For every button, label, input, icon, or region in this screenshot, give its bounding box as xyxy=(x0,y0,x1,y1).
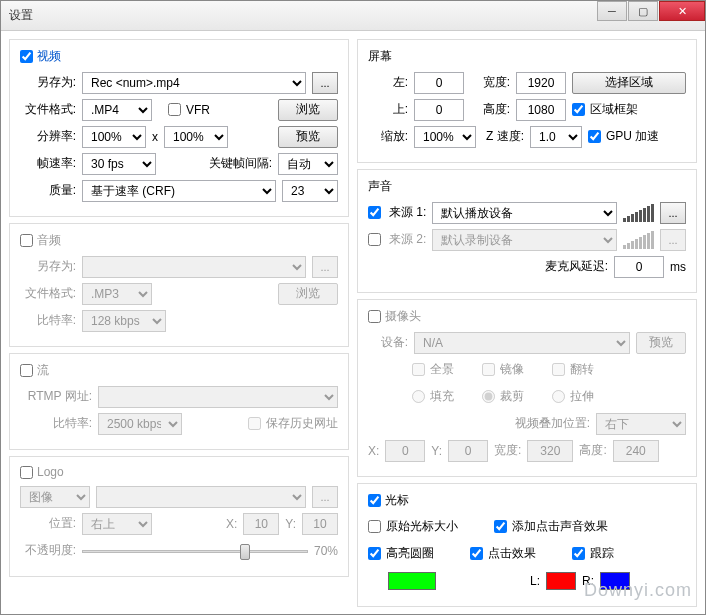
vfr-checkbox[interactable] xyxy=(168,103,181,116)
video-keyframe-select[interactable]: 自动 xyxy=(278,153,338,175)
maximize-button[interactable]: ▢ xyxy=(628,1,658,21)
camera-flip-checkbox xyxy=(552,363,565,376)
video-quality-value-select[interactable]: 23 xyxy=(282,180,338,202)
cursor-clicksound-checkbox[interactable] xyxy=(494,520,507,533)
video-fps-select[interactable]: 30 fps xyxy=(82,153,156,175)
camera-title: 摄像头 xyxy=(385,308,421,325)
camera-pano-checkbox xyxy=(412,363,425,376)
cursor-clickeffect-checkbox[interactable] xyxy=(470,547,483,560)
titlebar: 设置 ─ ▢ ✕ xyxy=(1,1,705,31)
video-format-label: 文件格式: xyxy=(20,101,76,118)
minimize-button[interactable]: ─ xyxy=(597,1,627,21)
cursor-highlight-checkbox[interactable] xyxy=(368,547,381,560)
camera-height-input xyxy=(613,440,659,462)
video-saveas-label: 另存为: xyxy=(20,74,76,91)
audio-title: 音频 xyxy=(37,232,61,249)
camera-x-input xyxy=(385,440,425,462)
screen-top-input[interactable] xyxy=(414,99,464,121)
camera-fill-radio xyxy=(412,390,425,403)
sound-src1-checkbox[interactable] xyxy=(368,206,381,219)
volume-bars-icon xyxy=(623,204,654,222)
audio-saveas-browse-icon: ... xyxy=(312,256,338,278)
sound-title: 声音 xyxy=(368,178,392,195)
mic-delay-input[interactable] xyxy=(614,256,664,278)
video-format-select[interactable]: .MP4 xyxy=(82,99,152,121)
audio-browse-button: 浏览 xyxy=(278,283,338,305)
group-logo: Logo 图像 ... 位置: 右上 X: Y: 不透明度: xyxy=(9,456,349,577)
cursor-enable-checkbox[interactable] xyxy=(368,494,381,507)
screen-areaframe-checkbox[interactable] xyxy=(572,103,585,116)
watermark: Downyi.com xyxy=(584,580,692,601)
sound-src2-select: 默认录制设备 xyxy=(432,229,617,251)
close-button[interactable]: ✕ xyxy=(659,1,705,21)
group-sound: 声音 来源 1: 默认播放设备 ... 来源 2: 默认录制设备 ... 麦克风… xyxy=(357,169,697,293)
stream-rtmp-select xyxy=(98,386,338,408)
sound-src2-checkbox[interactable] xyxy=(368,233,381,246)
video-preview-button[interactable]: 预览 xyxy=(278,126,338,148)
group-stream: 流 RTMP 网址: 比特率: 2500 kbps 保存历史网址 xyxy=(9,353,349,450)
video-res-w-select[interactable]: 100% xyxy=(82,126,146,148)
group-camera: 摄像头 设备: N/A 预览 全景 镜像 翻转 填充 裁剪 拉伸 xyxy=(357,299,697,477)
group-screen: 屏幕 左: 宽度: 选择区域 上: 高度: 区域框架 缩放: xyxy=(357,39,697,163)
audio-saveas-select xyxy=(82,256,306,278)
logo-pos-select: 右上 xyxy=(82,513,152,535)
stream-title: 流 xyxy=(37,362,49,379)
camera-mirror-checkbox xyxy=(482,363,495,376)
logo-opacity-slider xyxy=(82,540,308,562)
video-saveas-select[interactable]: Rec <num>.mp4 xyxy=(82,72,306,94)
camera-preview-button: 预览 xyxy=(636,332,686,354)
video-res-h-select[interactable]: 100% xyxy=(164,126,228,148)
audio-enable-checkbox[interactable] xyxy=(20,234,33,247)
camera-device-select: N/A xyxy=(414,332,630,354)
logo-browse-icon: ... xyxy=(312,486,338,508)
screen-width-input[interactable] xyxy=(516,72,566,94)
cursor-track-checkbox[interactable] xyxy=(572,547,585,560)
sound-src1-more-icon[interactable]: ... xyxy=(660,202,686,224)
video-title: 视频 xyxy=(37,48,61,65)
logo-x-input xyxy=(243,513,279,535)
sound-src2-more-icon: ... xyxy=(660,229,686,251)
logo-enable-checkbox[interactable] xyxy=(20,466,33,479)
video-quality-label: 质量: xyxy=(20,182,76,199)
cursor-origsize-checkbox[interactable] xyxy=(368,520,381,533)
stream-bitrate-select: 2500 kbps xyxy=(98,413,182,435)
screen-left-input[interactable] xyxy=(414,72,464,94)
stream-enable-checkbox[interactable] xyxy=(20,364,33,377)
video-fps-label: 帧速率: xyxy=(20,155,76,172)
volume-bars-icon xyxy=(623,231,654,249)
sound-src1-select[interactable]: 默认播放设备 xyxy=(432,202,617,224)
screen-zspeed-select[interactable]: 1.0 xyxy=(530,126,582,148)
camera-overlay-select: 右下 xyxy=(596,413,686,435)
window-title: 设置 xyxy=(9,7,697,24)
screen-zoom-select[interactable]: 100% xyxy=(414,126,476,148)
logo-image-path-select xyxy=(96,486,306,508)
video-enable-checkbox[interactable] xyxy=(20,50,33,63)
video-keyframe-label: 关键帧间隔: xyxy=(209,155,272,172)
video-quality-mode-select[interactable]: 基于速率 (CRF) xyxy=(82,180,276,202)
video-browse-button[interactable]: 浏览 xyxy=(278,99,338,121)
logo-image-select: 图像 xyxy=(20,486,90,508)
cursor-highlight-color[interactable] xyxy=(388,572,436,590)
cursor-title: 光标 xyxy=(385,492,409,509)
logo-title: Logo xyxy=(37,465,64,479)
logo-y-input xyxy=(302,513,338,535)
camera-crop-radio xyxy=(482,390,495,403)
camera-enable-checkbox[interactable] xyxy=(368,310,381,323)
screen-height-input[interactable] xyxy=(516,99,566,121)
audio-bitrate-select: 128 kbps xyxy=(82,310,166,332)
stream-save-history-checkbox xyxy=(248,417,261,430)
camera-y-input xyxy=(448,440,488,462)
group-audio: 音频 另存为: ... 文件格式: .MP3 浏览 比特率: 128 kbps xyxy=(9,223,349,347)
screen-title: 屏幕 xyxy=(368,48,392,65)
camera-stretch-radio xyxy=(552,390,565,403)
camera-width-input xyxy=(527,440,573,462)
cursor-l-color[interactable] xyxy=(546,572,576,590)
video-res-label: 分辨率: xyxy=(20,128,76,145)
video-saveas-browse-icon[interactable]: ... xyxy=(312,72,338,94)
screen-select-area-button[interactable]: 选择区域 xyxy=(572,72,686,94)
group-video: 视频 另存为: Rec <num>.mp4 ... 文件格式: .MP4 VFR… xyxy=(9,39,349,217)
screen-gpu-checkbox[interactable] xyxy=(588,130,601,143)
audio-format-select: .MP3 xyxy=(82,283,152,305)
